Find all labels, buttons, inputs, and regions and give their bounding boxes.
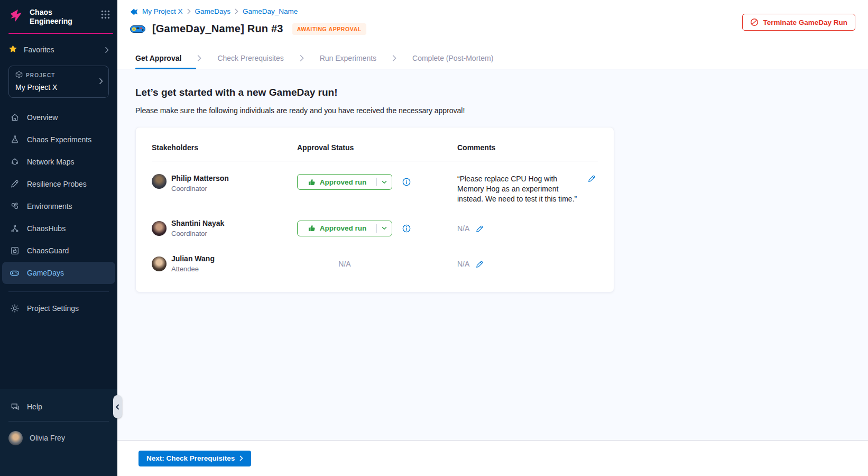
sidebar-item-network-maps[interactable]: Network Maps	[2, 151, 115, 173]
user-name: Olivia Frey	[30, 434, 65, 442]
comment-text: N/A	[457, 224, 469, 233]
step-run-experiments[interactable]: Run Experiments	[320, 48, 376, 69]
sidebar-item-label: ChaosHubs	[27, 224, 66, 233]
avatar	[152, 257, 167, 271]
sidebar: Chaos Engineering Favorites	[0, 0, 117, 476]
approval-status-value: N/A	[297, 260, 392, 268]
chevron-down-icon[interactable]	[377, 180, 392, 184]
sidebar-item-label: GameDays	[27, 269, 64, 277]
sidebar-item-environments[interactable]: Environments	[2, 195, 115, 217]
environments-icon	[10, 202, 20, 211]
brand-divider	[8, 33, 113, 34]
table-row: Philip Matterson Coordinator Approved ru…	[152, 161, 598, 219]
edit-pencil-icon[interactable]	[476, 260, 484, 268]
sidebar-item-overview[interactable]: Overview	[2, 106, 115, 129]
chevron-right-icon	[99, 77, 103, 87]
chevron-right-icon	[235, 8, 238, 14]
stakeholder-name: Julian Wang	[171, 254, 215, 263]
sidebar-item-label: Network Maps	[27, 158, 74, 166]
project-selector[interactable]: PROJECT My Project X	[8, 66, 109, 98]
approval-status-dropdown[interactable]: Approved run	[297, 174, 392, 190]
comment-text: “Please replace CPU Hog with Memory Hog …	[457, 174, 581, 204]
step-get-approval[interactable]: Get Approval	[135, 48, 181, 69]
table-header-row: Stakeholders Approval Status Comments	[152, 143, 598, 161]
approval-status-dropdown[interactable]: Approved run	[297, 221, 392, 236]
probe-icon	[10, 179, 20, 189]
lock-icon	[10, 246, 20, 255]
step-complete-post-mortem[interactable]: Complete (Post-Mortem)	[412, 48, 493, 69]
project-name: My Project X	[15, 83, 102, 91]
sidebar-collapse-handle[interactable]	[113, 395, 122, 418]
no-entry-icon	[750, 18, 759, 26]
chevron-down-icon[interactable]	[377, 226, 392, 230]
content-area: Let’s get started with a new GameDay run…	[117, 69, 868, 440]
stakeholder-role: Coordinator	[171, 230, 224, 237]
help-chat-icon	[11, 402, 20, 411]
status-badge: AWAITING APPROVAL	[292, 23, 366, 35]
thumbs-up-icon	[308, 178, 316, 186]
harness-logo-icon	[130, 8, 138, 15]
edit-pencil-icon[interactable]	[588, 175, 596, 182]
brand-title: Chaos Engineering	[30, 8, 101, 25]
app-switcher-icon[interactable]	[101, 10, 110, 21]
terminate-gameday-run-button[interactable]: Terminate GameDay Run	[742, 14, 855, 31]
breadcrumb-gamedays-link[interactable]: GameDays	[195, 7, 231, 15]
stakeholder-name: Philip Matterson	[171, 174, 229, 182]
flask-icon	[10, 135, 20, 144]
app-window: Chaos Engineering Favorites	[0, 0, 868, 476]
edit-pencil-icon[interactable]	[476, 225, 484, 233]
chevron-right-icon	[300, 54, 304, 62]
hub-icon	[10, 224, 20, 233]
sidebar-item-label: Resilience Probes	[27, 180, 87, 188]
gamepad-icon	[10, 268, 20, 278]
approval-status-value: Approved run	[320, 224, 367, 232]
chevron-right-icon	[239, 455, 243, 461]
sidebar-item-gamedays[interactable]: GameDays	[2, 262, 115, 284]
column-header-stakeholders: Stakeholders	[152, 143, 297, 161]
stakeholder-name: Shantini Nayak	[171, 219, 224, 227]
sidebar-item-chaos-experiments[interactable]: Chaos Experiments	[2, 129, 115, 151]
sidebar-item-chaoshubs[interactable]: ChaosHubs	[2, 217, 115, 240]
favorites-label: Favorites	[24, 45, 105, 54]
brand: Chaos Engineering	[0, 0, 117, 31]
column-header-approval-status: Approval Status	[297, 143, 457, 161]
cube-icon	[15, 71, 23, 79]
table-row: Julian Wang Attendee N/A N/A	[152, 254, 598, 276]
sidebar-item-label: Project Settings	[27, 304, 79, 313]
user-menu[interactable]: Olivia Frey	[0, 424, 117, 452]
sidebar-item-favorites[interactable]: Favorites	[0, 38, 117, 61]
thumbs-up-icon	[308, 224, 316, 232]
gameday-gamepad-icon	[130, 24, 145, 34]
stakeholders-card: Stakeholders Approval Status Comments Ph…	[135, 127, 614, 292]
next-check-prerequisites-button[interactable]: Next: Check Prerequisites	[138, 451, 251, 466]
sidebar-item-project-settings[interactable]: Project Settings	[2, 297, 115, 319]
sidebar-item-help[interactable]: Help	[0, 395, 117, 418]
stepper: Get Approval Check Prerequisites Run Exp…	[117, 48, 868, 69]
breadcrumb-gameday-name-link[interactable]: GameDay_Name	[243, 7, 298, 15]
sidebar-item-chaosguard[interactable]: ChaosGuard	[2, 240, 115, 262]
sidebar-item-resilience-probes[interactable]: Resilience Probes	[2, 173, 115, 195]
network-icon	[10, 157, 20, 167]
step-check-prerequisites[interactable]: Check Prerequisites	[217, 48, 283, 69]
chevron-right-icon	[197, 54, 201, 62]
gear-icon	[10, 304, 20, 313]
sidebar-item-label: Overview	[27, 113, 58, 122]
avatar	[152, 174, 167, 189]
info-icon[interactable]	[402, 224, 411, 233]
stakeholder-role: Attendee	[171, 265, 215, 273]
sidebar-bottom: Help Olivia Frey	[0, 389, 117, 476]
column-header-comments: Comments	[457, 143, 598, 161]
sidebar-nav: Overview Chaos Experiments Network Maps …	[0, 106, 117, 284]
page-header: My Project X GameDays GameDay_Name	[117, 0, 868, 48]
sidebar-item-label: Chaos Experiments	[27, 135, 91, 144]
info-icon[interactable]	[402, 177, 411, 187]
table-row: Shantini Nayak Coordinator Approved run	[152, 219, 598, 254]
chevron-right-icon	[392, 54, 396, 62]
star-icon	[8, 44, 17, 56]
content-subheading: Please make sure the following individua…	[135, 106, 868, 115]
sidebar-item-label: ChaosGuard	[27, 246, 69, 255]
breadcrumb-project-link[interactable]: My Project X	[142, 7, 183, 15]
chevron-right-icon	[187, 8, 191, 14]
main-panel: My Project X GameDays GameDay_Name	[117, 0, 868, 476]
approval-status-value: Approved run	[320, 178, 367, 186]
